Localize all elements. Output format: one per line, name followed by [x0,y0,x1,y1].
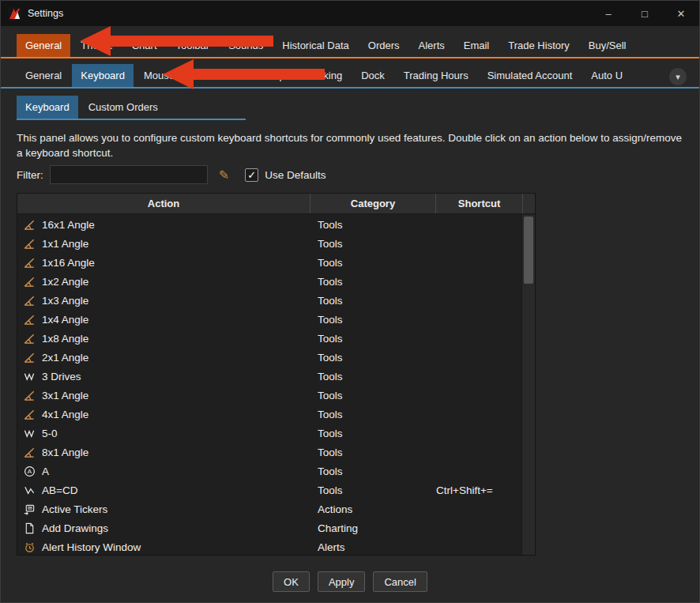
table-row[interactable]: Alert History WindowAlerts [17,537,521,555]
tab-keyboard-keyboard[interactable]: Keyboard [17,96,78,119]
column-header-shortcut[interactable]: Shortcut [436,194,523,213]
table-row[interactable]: 1x4 AngleTools [17,310,521,329]
tab-general-general[interactable]: General [17,64,70,87]
action-cell: Active Tickers [17,503,310,515]
tab-main-orders[interactable]: Orders [359,34,408,57]
tab-general-fonts[interactable]: Fonts [185,64,228,87]
action-label: 16x1 Angle [42,219,95,231]
category-cell: Tools [310,465,436,477]
circle-a-icon: A [24,465,36,477]
category-cell: Actions [310,503,436,515]
dialog-footer: OK Apply Cancel [1,571,699,592]
tab-general-ticker-tape[interactable]: Ticker Tape [229,64,299,87]
tab-general-simulated-account[interactable]: Simulated Account [479,64,581,87]
table-row[interactable]: 1x16 AngleTools [17,253,521,272]
category-cell: Tools [310,333,436,345]
action-label: 4x1 Angle [42,409,88,420]
table-row[interactable]: 5-0Tools [17,424,521,443]
close-button[interactable]: ✕ [663,1,699,26]
minimize-button[interactable]: – [590,1,627,26]
table-row[interactable]: Add DrawingsCharting [17,518,521,537]
settings-window: Settings – □ ✕ GeneralThemeChartToolbarS… [0,0,700,603]
category-cell: Tools [310,219,436,231]
tickers-icon [24,503,36,515]
vertical-scrollbar[interactable] [521,215,535,555]
action-label: 3x1 Angle [42,390,88,401]
action-label: Add Drawings [42,522,108,534]
svg-text:A: A [28,468,32,475]
action-cell: 1x8 Angle [17,333,310,345]
category-cell: Alerts [310,541,436,553]
use-defaults-label: Use Defaults [265,169,326,181]
tab-main-toolbar[interactable]: Toolbar [167,34,219,57]
table-row[interactable]: 3x1 AngleTools [17,386,521,405]
maximize-button[interactable]: □ [627,1,663,26]
cancel-button[interactable]: Cancel [373,571,427,592]
angle-icon [24,295,36,307]
table-row[interactable]: 1x1 AngleTools [17,234,521,253]
tab-general-mouse[interactable]: Mouse [135,64,183,87]
category-cell: Tools [310,390,436,401]
action-label: 1x16 Angle [42,257,95,269]
action-label: 1x4 Angle [42,314,88,326]
waves-icon [24,428,36,439]
action-cell: AB=CD [17,484,310,496]
category-cell: Tools [310,238,436,250]
table-row[interactable]: 1x2 AngleTools [17,272,521,291]
main-tab-bar: GeneralThemeChartToolbarSoundsHistorical… [1,34,699,58]
category-cell: Tools [310,447,436,458]
table-row[interactable]: 8x1 AngleTools [17,443,521,462]
action-label: 8x1 Angle [42,447,88,458]
table-row[interactable]: AATools [17,462,521,481]
action-cell: Add Drawings [17,522,310,534]
tab-general-trading-hours[interactable]: Trading Hours [395,64,477,87]
tab-main-sounds[interactable]: Sounds [220,34,272,57]
action-label: 1x2 Angle [42,276,88,288]
tab-main-email[interactable]: Email [455,34,499,57]
action-label: 1x3 Angle [42,295,88,307]
column-header-action[interactable]: Action [17,194,310,213]
category-cell: Tools [310,352,436,364]
tab-general-dock[interactable]: Dock [352,64,393,87]
table-row[interactable]: AB=CDToolsCtrl+Shift+= [17,481,521,499]
table-row[interactable]: 1x3 AngleTools [17,291,521,310]
table-row[interactable]: 16x1 AngleTools [17,215,521,234]
tab-main-buy-sell[interactable]: Buy/Sell [580,34,635,57]
column-header-category[interactable]: Category [310,194,436,213]
angle-icon [24,333,36,345]
tab-main-general[interactable]: General [17,34,70,57]
tab-keyboard-custom-orders[interactable]: Custom Orders [80,96,167,119]
action-cell: 4x1 Angle [17,409,310,420]
filter-input[interactable] [50,165,208,184]
angle-icon [24,352,36,364]
tab-overflow-chevron-down-icon[interactable]: ▾ [669,68,687,85]
action-label: Alert History Window [42,541,141,553]
tab-main-trade-history[interactable]: Trade History [499,34,578,57]
tab-main-theme[interactable]: Theme [72,34,121,57]
tab-main-historical-data[interactable]: Historical Data [273,34,358,57]
angle-icon [24,257,36,269]
tab-general-auto-u[interactable]: Auto U [582,64,631,87]
angle-icon [24,219,36,231]
use-defaults-checkbox[interactable]: ✓ [245,168,258,182]
table-row[interactable]: Active TickersActions [17,499,521,518]
action-label: 1x1 Angle [42,238,88,250]
table-body: 16x1 AngleTools1x1 AngleTools1x16 AngleT… [17,215,521,555]
shortcuts-table: Action Category Shortcut 16x1 AngleTools… [17,193,536,556]
edit-pencil-icon[interactable]: ✎ [219,168,229,183]
tab-general-linking[interactable]: Linking [301,64,351,87]
ok-button[interactable]: OK [273,571,310,592]
tab-main-chart[interactable]: Chart [123,34,166,57]
tab-general-keyboard[interactable]: Keyboard [72,64,134,87]
table-row[interactable]: 4x1 AngleTools [17,405,521,424]
action-cell: 8x1 Angle [17,447,310,458]
window-title: Settings [28,8,63,19]
table-row[interactable]: 1x8 AngleTools [17,329,521,348]
table-header: Action Category Shortcut [17,194,535,214]
table-row[interactable]: 2x1 AngleTools [17,348,521,367]
scrollbar-thumb[interactable] [524,217,533,284]
action-label: A [42,465,49,477]
table-row[interactable]: 3 DrivesTools [17,367,521,386]
tab-main-alerts[interactable]: Alerts [410,34,453,57]
apply-button[interactable]: Apply [318,571,366,592]
